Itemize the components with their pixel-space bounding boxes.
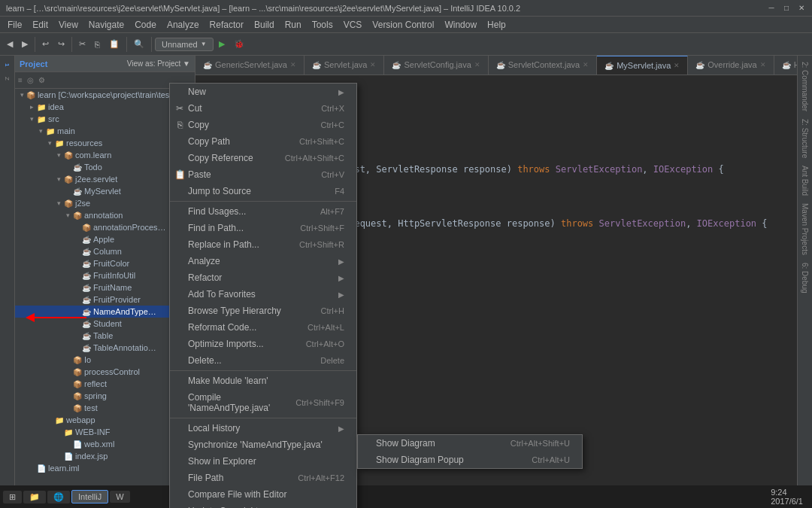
run-button[interactable]: ▶ (215, 38, 229, 50)
menu-item-help[interactable]: Help (483, 18, 511, 32)
tab-close-button[interactable]: ✕ (760, 61, 766, 68)
toolbar-redo[interactable]: ↪ (54, 38, 68, 50)
tree-item[interactable]: ▾📦annotation (15, 209, 195, 221)
tree-item[interactable]: ▾📦learn [C:\workspace\project\train\test… (15, 89, 195, 101)
structure-icon[interactable]: Z (2, 72, 14, 84)
context-menu-item-update-copyright---[interactable]: Update Copyright... (170, 503, 356, 508)
menu-item-refactor[interactable]: Refactor (205, 18, 248, 32)
maximize-button[interactable]: □ (782, 4, 791, 13)
debug-button[interactable]: 🐞 (230, 38, 248, 50)
close-button[interactable]: ✕ (797, 4, 806, 13)
menu-item-window[interactable]: Window (440, 18, 481, 32)
context-menu-item-new[interactable]: New▶ (170, 84, 356, 100)
tree-item[interactable]: ▾📁src (15, 113, 195, 125)
context-menu-item-compile--nameandtype-java-[interactable]: Compile 'NameAndType.java'Ctrl+Shift+F9 (170, 389, 356, 416)
tree-expand-icon[interactable]: ▾ (63, 211, 72, 219)
tree-item[interactable]: ☕NameAndType… (15, 306, 195, 318)
tree-item[interactable]: ☕TableAnnotatio… (15, 342, 195, 354)
context-menu-item-browse-type-hierarchy[interactable]: Browse Type HierarchyCtrl+H (170, 303, 356, 319)
tree-item[interactable]: ☕FruitInfoUtil (15, 269, 195, 281)
toolbar-back[interactable]: ◀ (3, 38, 17, 50)
context-menu-item-synchronize--nameandtype-java-[interactable]: Synchronize 'NameAndType.java' (170, 437, 356, 453)
tab-close-button[interactable]: ✕ (370, 61, 376, 68)
menu-item-file[interactable]: File (3, 18, 26, 32)
toolbar-find[interactable]: 🔍 (130, 38, 148, 50)
tree-item[interactable]: 📦annotationProces… (15, 221, 195, 233)
collapse-all-icon[interactable]: ≡ (18, 76, 23, 84)
right-sidebar-tab[interactable]: Ant Build (799, 163, 810, 199)
toolbar-cut[interactable]: ✂ (75, 38, 89, 50)
run-config-selector[interactable]: Unnamed ▼ (155, 38, 214, 51)
menu-item-version control[interactable]: Version Control (368, 18, 438, 32)
tree-item[interactable]: ☕Todo (15, 161, 195, 173)
context-menu-item-make-module--learn-[interactable]: Make Module 'learn' (170, 373, 356, 389)
context-menu-item-show-in-explorer[interactable]: Show in Explorer (170, 453, 356, 470)
tree-item[interactable]: ☕MyServlet (15, 185, 195, 197)
context-menu-item-compare-file-with-editor[interactable]: Compare File with Editor (170, 486, 356, 503)
menu-item-run[interactable]: Run (280, 18, 306, 32)
tree-item[interactable]: 📄learn.iml (15, 462, 195, 474)
tree-item[interactable]: 📄index.jsp (15, 450, 195, 462)
toolbar-undo[interactable]: ↩ (38, 38, 53, 50)
menu-item-analyze[interactable]: Analyze (162, 18, 204, 32)
tree-item[interactable]: 📦Io (15, 354, 195, 366)
context-menu-item-paste[interactable]: 📋PasteCtrl+V (170, 166, 356, 183)
editor-tab[interactable]: ☕MyServlet.java✕ (597, 56, 688, 75)
tree-expand-icon[interactable]: ▾ (54, 175, 63, 183)
context-menu-item-jump-to-source[interactable]: Jump to SourceF4 (170, 183, 356, 199)
context-menu-item-reformat-code---[interactable]: Reformat Code...Ctrl+Alt+L (170, 319, 356, 336)
tree-item[interactable]: 📁WEB-INF (15, 426, 195, 438)
minimize-button[interactable]: ─ (767, 4, 776, 13)
menu-item-edit[interactable]: Edit (28, 18, 53, 32)
right-sidebar-tab[interactable]: 6: Debug (799, 260, 810, 297)
context-menu-item-find-usages---[interactable]: Find Usages...Alt+F7 (170, 203, 356, 220)
tree-expand-icon[interactable]: ▸ (27, 103, 36, 111)
word-button[interactable]: W (110, 491, 129, 503)
start-button[interactable]: ⊞ (3, 491, 22, 503)
tree-item[interactable]: ▾📦j2ee.servlet (15, 173, 195, 185)
file-explorer-button[interactable]: 📁 (23, 491, 46, 503)
tree-expand-icon[interactable]: ▾ (27, 115, 36, 123)
tree-item[interactable]: ☕Apple (15, 233, 195, 245)
tree-expand-icon[interactable]: ▾ (54, 151, 63, 159)
tree-item[interactable]: 📦test (15, 402, 195, 414)
context-menu-item-delete---[interactable]: Delete...Delete (170, 352, 356, 369)
context-menu-item-optimize-imports---[interactable]: Optimize Imports...Ctrl+Alt+O (170, 336, 356, 352)
menu-item-navigate[interactable]: Navigate (84, 18, 129, 32)
tree-expand-icon[interactable]: ▾ (36, 127, 45, 135)
tree-expand-icon[interactable]: ▾ (54, 199, 63, 207)
tree-item[interactable]: ▾📁resources (15, 137, 195, 149)
right-sidebar-tab[interactable]: Maven Projects (799, 200, 810, 258)
editor-tab[interactable]: ☕Servlet.java✕ (304, 56, 384, 75)
context-menu-item-local-history[interactable]: Local History▶ (170, 420, 356, 437)
tree-item[interactable]: ☕Table (15, 330, 195, 342)
tree-item[interactable]: ▸📁idea (15, 101, 195, 113)
locate-icon[interactable]: ◎ (27, 76, 34, 84)
tree-item[interactable]: ☕Student (15, 318, 195, 330)
context-menu-item-copy-path[interactable]: Copy PathCtrl+Shift+C (170, 133, 356, 150)
tree-item[interactable]: ▾📦com.learn (15, 149, 195, 161)
menu-item-view[interactable]: View (54, 18, 83, 32)
tree-item[interactable]: 📦processControl (15, 366, 195, 378)
submenu-item-show-diagram[interactable]: Show DiagramCtrl+Alt+Shift+U (358, 435, 582, 452)
browser-button[interactable]: 🌐 (47, 491, 70, 503)
tree-item[interactable]: ▾📦j2se (15, 197, 195, 209)
context-menu-item-add-to-favorites[interactable]: Add To Favorites▶ (170, 286, 356, 303)
context-menu-item-copy[interactable]: ⎘CopyCtrl+C (170, 117, 356, 133)
context-menu-item-copy-reference[interactable]: Copy ReferenceCtrl+Alt+Shift+C (170, 150, 356, 166)
right-sidebar-tab[interactable]: Z: Structure (799, 116, 810, 161)
intellij-button[interactable]: IntelliJ (71, 490, 108, 503)
tree-item[interactable]: 📄web.xml (15, 438, 195, 450)
tab-close-button[interactable]: ✕ (474, 61, 480, 68)
tree-item[interactable]: ☕Column (15, 245, 195, 257)
menu-item-tools[interactable]: Tools (308, 18, 338, 32)
tree-item[interactable]: 📦reflect (15, 378, 195, 390)
editor-tab[interactable]: ☕ServletConfig.java✕ (384, 56, 488, 75)
editor-tab[interactable]: ☕Override.java✕ (688, 56, 774, 75)
project-icon[interactable]: 1 (2, 59, 14, 71)
settings-icon[interactable]: ⚙ (38, 76, 45, 84)
context-menu-item-find-in-path---[interactable]: Find in Path...Ctrl+Shift+F (170, 220, 356, 236)
toolbar-paste[interactable]: 📋 (105, 38, 123, 50)
context-menu-item-replace-in-path---[interactable]: Replace in Path...Ctrl+Shift+R (170, 236, 356, 253)
right-sidebar-tab[interactable]: 2: Commander (799, 59, 810, 114)
